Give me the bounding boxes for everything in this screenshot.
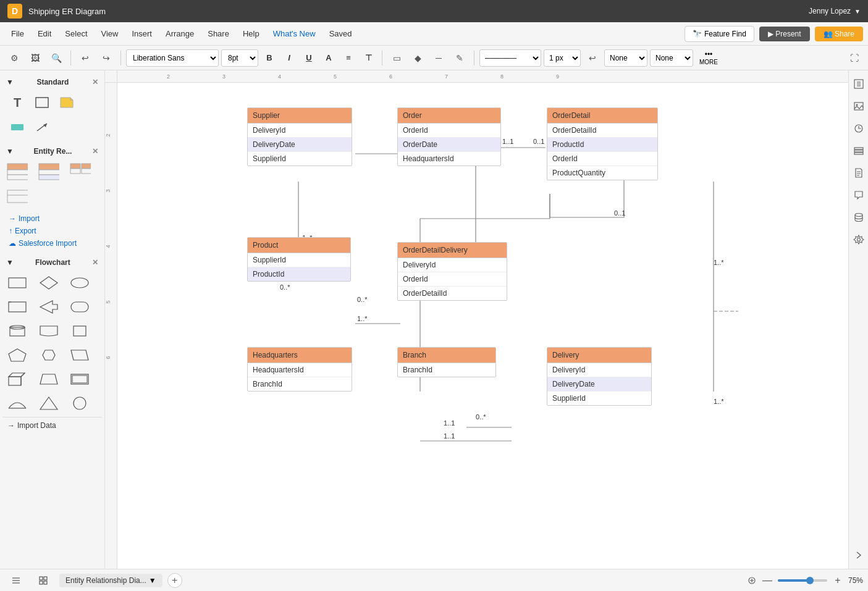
layers-panel-button[interactable] (850, 142, 867, 159)
standard-panel-close[interactable]: ✕ (92, 78, 98, 86)
menu-whats-new[interactable]: What's New (267, 27, 322, 41)
italic-button[interactable]: I (280, 49, 298, 67)
menu-file[interactable]: File (5, 27, 30, 41)
comment-panel-button[interactable] (850, 187, 867, 204)
orderdetail-table[interactable]: OrderDetail OrderDetailId ProductId Orde… (547, 107, 658, 180)
orderdetaildelivery-table[interactable]: OrderDetailDelivery DeliveryId OrderId O… (397, 242, 507, 301)
edit-style-button[interactable]: ✎ (450, 49, 469, 67)
fc-hexagon[interactable] (38, 344, 60, 366)
expand-right-button[interactable] (850, 547, 867, 564)
shape-text[interactable]: T (6, 91, 28, 114)
fc-rect2[interactable] (6, 296, 28, 318)
menu-view[interactable]: View (95, 27, 125, 41)
branch-table[interactable]: Branch BranchId (397, 347, 496, 377)
format-panel-button[interactable] (850, 75, 867, 93)
conn-start-select[interactable]: None (604, 49, 647, 67)
share-button[interactable]: 👥 Share (815, 27, 863, 41)
underline-button[interactable]: U (300, 49, 318, 67)
image-panel-button[interactable] (850, 98, 867, 115)
fc-cube[interactable] (6, 368, 28, 390)
delivery-table[interactable]: Delivery DeliveryId DeliveryDate Supplie… (547, 347, 652, 406)
doc-panel-button[interactable] (850, 164, 867, 182)
database-panel-button[interactable] (850, 209, 867, 226)
fc-oval[interactable] (69, 272, 91, 294)
fc-double-rect[interactable] (69, 368, 91, 390)
fill-color-button[interactable]: ◆ (408, 49, 427, 67)
conn-end-select[interactable]: None (650, 49, 693, 67)
menu-help[interactable]: Help (237, 27, 266, 41)
fc-rect[interactable] (6, 272, 28, 294)
fc-diamond[interactable] (38, 272, 60, 294)
plugin-button[interactable]: ⚙ (5, 49, 23, 67)
fc-arc[interactable] (6, 392, 28, 414)
shape-note[interactable] (56, 91, 78, 114)
er-shape-1[interactable] (6, 161, 28, 183)
shape-rect[interactable] (31, 91, 53, 114)
user-area[interactable]: Jenny Lopez ▼ (809, 7, 861, 15)
list-view-button[interactable] (5, 573, 27, 588)
border-shape-button[interactable]: ▭ (387, 49, 406, 67)
fc-trapezoid[interactable] (38, 368, 60, 390)
er-shape-4[interactable] (6, 185, 28, 207)
fc-triangle[interactable] (38, 392, 60, 414)
menu-share[interactable]: Share (201, 27, 235, 41)
line-style-select[interactable]: ────── (479, 49, 541, 67)
fc-doc[interactable] (38, 320, 60, 342)
search-button[interactable]: 🔍 (47, 49, 65, 67)
fc-arrow-right[interactable] (38, 296, 60, 318)
zoom-in-button[interactable]: + (831, 574, 845, 587)
menu-arrange[interactable]: Arrange (159, 27, 200, 41)
zoom-slider[interactable] (778, 579, 827, 582)
main-layout: ▼ Standard ✕ T ▼ Entity Re... ✕ (0, 70, 868, 569)
menu-edit[interactable]: Edit (32, 27, 57, 41)
flowchart-panel-close[interactable]: ✕ (92, 258, 98, 267)
line-style-button[interactable]: ─ (429, 49, 448, 67)
font-size-select[interactable]: 8pt (221, 49, 258, 67)
fc-cylinder[interactable] (6, 320, 28, 342)
undo-button[interactable]: ↩ (76, 49, 95, 67)
import-button[interactable]: → Import (6, 212, 98, 225)
grid-view-button[interactable] (32, 573, 54, 588)
fullscreen-button[interactable]: ⛶ (846, 49, 863, 67)
standard-shapes: T (2, 89, 102, 141)
more-button[interactable]: ••• MORE (696, 49, 722, 67)
shape-arrow[interactable] (31, 116, 53, 138)
supplier-table[interactable]: Supplier DeliveryId DeliveryDate Supplie… (247, 107, 352, 166)
menu-insert[interactable]: Insert (125, 27, 158, 41)
bold-button[interactable]: B (261, 49, 278, 67)
fc-circle[interactable] (69, 392, 91, 414)
valign-button[interactable]: ⊤ (360, 49, 377, 67)
diagram-canvas[interactable]: 1..* 0..* 0..* 1..1 0..1 0..1 1..* 1..* … (117, 83, 848, 569)
fc-pentagon[interactable] (6, 344, 28, 366)
er-shape-3[interactable] (69, 161, 91, 183)
zoom-out-button[interactable]: — (761, 574, 774, 587)
menu-saved[interactable]: Saved (323, 27, 358, 41)
feature-find-button[interactable]: 🔭 Feature Find (685, 26, 754, 42)
er-shape-2[interactable] (38, 161, 60, 183)
align-button[interactable]: ≡ (340, 49, 357, 67)
menu-select[interactable]: Select (59, 27, 93, 41)
export-button[interactable]: ↑ Export (6, 225, 98, 237)
salesforce-import-button[interactable]: ☁ Salesforce Import (6, 237, 98, 249)
entity-panel-close[interactable]: ✕ (92, 147, 98, 156)
font-color-button[interactable]: A (320, 49, 337, 67)
product-table[interactable]: Product SupplierId ProductId (247, 237, 351, 282)
shape-green-rect[interactable] (6, 116, 28, 138)
zoom-slider-thumb[interactable] (806, 577, 814, 584)
image-button[interactable]: 🖼 (26, 49, 44, 67)
diagram-tab[interactable]: Entity Relationship Dia... ▼ (59, 574, 162, 587)
headquarters-table[interactable]: Headquarters HeadquartersId BranchId (247, 347, 352, 392)
fc-square[interactable] (69, 320, 91, 342)
present-button[interactable]: ▶ Present (759, 27, 810, 41)
line-weight-select[interactable]: 1 px (544, 49, 581, 67)
fc-rounded[interactable] (69, 296, 91, 318)
waypoint-button[interactable]: ↩ (583, 49, 602, 67)
add-tab-button[interactable]: + (167, 573, 182, 588)
fc-parallelogram[interactable] (69, 344, 91, 366)
font-select[interactable]: Liberation Sans (126, 49, 219, 67)
redo-button[interactable]: ↪ (97, 49, 116, 67)
order-table[interactable]: Order OrderId OrderDate HeadquartersId (397, 107, 501, 166)
import-data-button[interactable]: → Import Data (2, 417, 102, 434)
settings-panel-button[interactable] (850, 231, 867, 248)
clock-panel-button[interactable] (850, 120, 867, 137)
